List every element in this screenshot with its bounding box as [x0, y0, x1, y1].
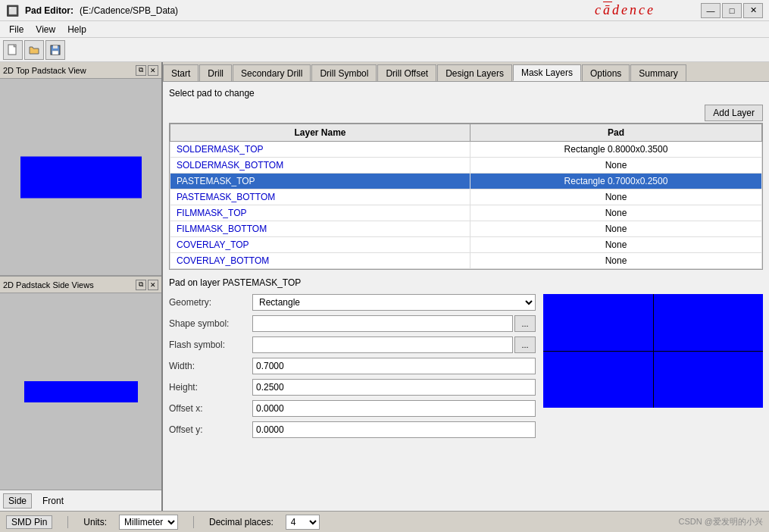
menu-file[interactable]: File [3, 23, 30, 36]
file-path: (E:/Cadence/SPB_Data) [80, 5, 178, 16]
offset-y-input[interactable] [252, 421, 536, 438]
tab-options[interactable]: Options [582, 64, 630, 81]
app-icon: 🔲 [6, 5, 19, 17]
flash-symbol-browse-btn[interactable]: ... [514, 336, 536, 353]
pad-cell: None [470, 205, 761, 221]
top-view-title: 2D Top Padstack View [3, 66, 86, 75]
maximize-button[interactable]: □ [722, 3, 742, 18]
left-panel: 2D Top Padstack View ⧉ ✕ 2D Padstack Sid… [0, 62, 163, 511]
units-select[interactable]: Millimeter Inch Mil [119, 515, 178, 530]
layer-name-cell: FILMMASK_TOP [170, 205, 470, 221]
cadence-logo: cādence [595, 2, 655, 18]
form-label: Flash symbol: [169, 340, 252, 350]
content-area: Select pad to change Add Layer Layer Nam… [163, 82, 769, 511]
menu-help[interactable]: Help [61, 23, 92, 36]
svg-rect-4 [52, 51, 58, 55]
pad-detail-header: Pad on layer PASTEMASK_TOP [169, 277, 763, 288]
tab-mask-layers[interactable]: Mask Layers [513, 64, 581, 81]
tab-drill-offset[interactable]: Drill Offset [377, 64, 436, 81]
watermark: CSDN @爱发明的小兴 [679, 516, 763, 527]
side-view-restore[interactable]: ⧉ [136, 280, 146, 290]
layer-name-cell: SOLDERMASK_TOP [170, 142, 470, 158]
width-input[interactable] [252, 358, 536, 374]
pad-cell: Rectangle 0.8000x0.3500 [470, 142, 761, 158]
close-button[interactable]: ✕ [743, 3, 763, 18]
title-bar-left: 🔲 Pad Editor: (E:/Cadence/SPB_Data) [6, 5, 178, 17]
side-view-title: 2D Padstack Side Views [3, 280, 94, 289]
side-view-canvas [0, 293, 161, 490]
form-row: Flash symbol:... [169, 336, 536, 353]
form-row: Offset y: [169, 421, 536, 438]
open-button[interactable] [24, 40, 44, 60]
top-view-canvas [0, 79, 161, 277]
status-bar: SMD Pin Units: Millimeter Inch Mil Decim… [0, 511, 769, 532]
form-label: Height: [169, 382, 252, 393]
status-sep-2 [193, 516, 194, 528]
tab-front[interactable]: Front [38, 494, 68, 508]
flash-symbol-input[interactable] [252, 336, 513, 353]
tab-summary[interactable]: Summary [630, 64, 686, 81]
svg-rect-3 [53, 45, 58, 49]
shape-symbol-input[interactable] [252, 315, 513, 332]
layer-name-cell: PASTEMASK_BOTTOM [170, 189, 470, 205]
top-view-controls: ⧉ ✕ [136, 65, 158, 76]
left-panel-bottom: Side Front [0, 490, 161, 511]
table-row[interactable]: PASTEMASK_BOTTOMNone [170, 189, 762, 205]
form-label: Shape symbol: [169, 318, 252, 329]
table-row[interactable]: SOLDERMASK_TOPRectangle 0.8000x0.3500 [170, 142, 762, 158]
layers-table-container: Layer Name Pad SOLDERMASK_TOPRectangle 0… [169, 123, 763, 270]
decimal-select[interactable]: 4 2 3 5 6 [286, 515, 320, 530]
menu-bar: File View Help [0, 21, 769, 38]
save-button[interactable] [45, 40, 65, 60]
table-row[interactable]: COVERLAY_BOTTOMNone [170, 253, 762, 269]
layers-table: Layer Name Pad SOLDERMASK_TOPRectangle 0… [170, 124, 762, 269]
tab-drill-symbol[interactable]: Drill Symbol [311, 64, 377, 81]
minimize-button[interactable]: — [701, 3, 721, 18]
main-layout: 2D Top Padstack View ⧉ ✕ 2D Padstack Sid… [0, 62, 769, 511]
right-content: Start Drill Secondary Drill Drill Symbol… [163, 62, 769, 511]
layer-name-cell: FILMMASK_BOTTOM [170, 221, 470, 237]
toolbar [0, 38, 769, 62]
tab-secondary-drill[interactable]: Secondary Drill [233, 64, 311, 81]
geometry-select[interactable]: RectangleCircleOblongShapeFlash [252, 294, 536, 311]
form-label: Offset y: [169, 424, 252, 435]
title-bar: 🔲 Pad Editor: (E:/Cadence/SPB_Data) cāde… [0, 0, 769, 21]
select-pad-label: Select pad to change [169, 88, 763, 99]
offset-x-input[interactable] [252, 400, 536, 417]
menu-view[interactable]: View [30, 23, 61, 36]
col-pad: Pad [470, 124, 761, 142]
pad-cell: None [470, 221, 761, 237]
top-view-restore[interactable]: ⧉ [136, 65, 146, 76]
table-row[interactable]: FILMMASK_TOPNone [170, 205, 762, 221]
top-view-close[interactable]: ✕ [148, 65, 158, 76]
tabs-bar: Start Drill Secondary Drill Drill Symbol… [163, 62, 769, 82]
tab-drill[interactable]: Drill [199, 64, 232, 81]
pad-cell: None [470, 237, 761, 253]
side-view-close[interactable]: ✕ [148, 280, 158, 290]
pad-cell: None [470, 189, 761, 205]
top-view-header: 2D Top Padstack View ⧉ ✕ [0, 62, 161, 79]
form-label: Width: [169, 361, 252, 371]
layer-name-cell: SOLDERMASK_BOTTOM [170, 158, 470, 174]
pad-cell: None [470, 158, 761, 174]
status-sep-1 [67, 516, 68, 528]
form-row: Shape symbol:... [169, 315, 536, 332]
layer-name-cell: COVERLAY_TOP [170, 237, 470, 253]
table-row[interactable]: FILMMASK_BOTTOMNone [170, 221, 762, 237]
table-row[interactable]: COVERLAY_TOPNone [170, 237, 762, 253]
shape-symbol-browse-btn[interactable]: ... [514, 315, 536, 332]
table-row[interactable]: SOLDERMASK_BOTTOMNone [170, 158, 762, 174]
new-button[interactable] [3, 40, 23, 60]
side-view-header: 2D Padstack Side Views ⧉ ✕ [0, 277, 161, 293]
layer-name-cell: PASTEMASK_TOP [170, 174, 470, 189]
tab-side[interactable]: Side [3, 493, 32, 509]
tab-start[interactable]: Start [163, 64, 199, 81]
decimal-label: Decimal places: [209, 517, 274, 527]
side-view-pad [24, 381, 138, 402]
height-input[interactable] [252, 379, 536, 396]
add-layer-button[interactable]: Add Layer [705, 105, 763, 121]
preview-cross-vertical [653, 294, 654, 408]
smd-pin-label: SMD Pin [6, 515, 52, 529]
table-row[interactable]: PASTEMASK_TOPRectangle 0.7000x0.2500 [170, 174, 762, 189]
tab-design-layers[interactable]: Design Layers [437, 64, 512, 81]
